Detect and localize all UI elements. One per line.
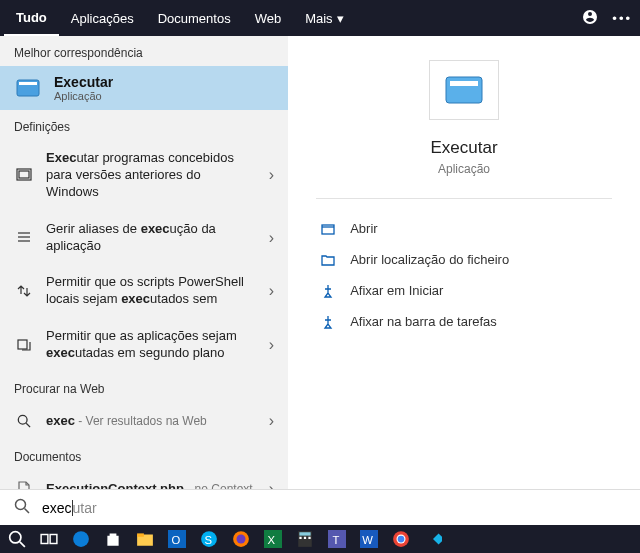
svg-rect-11 — [450, 81, 478, 86]
svg-rect-31 — [299, 532, 310, 535]
firefox-icon[interactable] — [230, 528, 252, 550]
edge-icon[interactable] — [70, 528, 92, 550]
chevron-right-icon: › — [269, 282, 274, 300]
action-pin-start[interactable]: Afixar em Iniciar — [316, 275, 612, 306]
action-open-location[interactable]: Abrir localização do ficheiro — [316, 244, 612, 275]
chevron-right-icon: › — [269, 166, 274, 184]
task-view-button[interactable] — [38, 528, 60, 550]
skype-icon[interactable]: S — [198, 528, 220, 550]
store-icon[interactable] — [102, 528, 124, 550]
chevron-right-icon: › — [269, 480, 274, 489]
divider — [316, 198, 612, 199]
detail-pane: Executar Aplicação Abrir Abrir localizaç… — [288, 36, 640, 489]
excel-icon[interactable]: X — [262, 528, 284, 550]
search-input[interactable]: executar — [42, 500, 626, 516]
svg-point-19 — [73, 531, 89, 547]
svg-point-27 — [237, 535, 246, 544]
search-icon — [14, 414, 34, 428]
best-match-title: Executar — [54, 74, 113, 90]
web-search-row[interactable]: exec - Ver resultados na Web › — [0, 402, 288, 440]
pin-icon — [320, 315, 336, 329]
file-icon — [14, 481, 34, 489]
run-app-icon — [14, 78, 42, 98]
compat-icon — [14, 167, 34, 183]
background-apps-icon — [14, 337, 34, 353]
best-match-item[interactable]: Executar Aplicação — [0, 66, 288, 110]
svg-line-16 — [20, 542, 25, 547]
svg-rect-17 — [41, 535, 48, 544]
chevron-right-icon: › — [269, 412, 274, 430]
detail-title: Executar — [430, 138, 497, 158]
svg-rect-18 — [50, 535, 57, 544]
svg-line-14 — [25, 508, 30, 513]
settings-row[interactable]: Gerir aliases de execução da aplicação › — [0, 211, 288, 265]
section-best-match: Melhor correspondência — [0, 36, 288, 66]
chevron-right-icon: › — [269, 229, 274, 247]
action-open[interactable]: Abrir — [316, 213, 612, 244]
svg-rect-33 — [304, 537, 306, 539]
chevron-down-icon: ▾ — [337, 11, 344, 26]
tab-web[interactable]: Web — [243, 2, 294, 35]
kodi-icon[interactable] — [422, 528, 444, 550]
settings-row[interactable]: Executar programas concebidos para versõ… — [0, 140, 288, 211]
tab-apps[interactable]: Aplicações — [59, 2, 146, 35]
svg-point-8 — [18, 415, 27, 424]
document-row[interactable]: ExecutionContext.php - no Context › — [0, 470, 288, 489]
outlook-icon[interactable]: O — [166, 528, 188, 550]
pin-icon — [320, 284, 336, 298]
svg-point-13 — [16, 499, 26, 509]
section-search-web: Procurar na Web — [0, 372, 288, 402]
run-app-icon — [444, 75, 484, 105]
word-icon[interactable]: W — [358, 528, 380, 550]
best-match-subtitle: Aplicação — [54, 90, 113, 102]
search-button[interactable] — [6, 528, 28, 550]
open-icon — [320, 222, 336, 236]
svg-text:O: O — [171, 534, 180, 546]
svg-text:T: T — [333, 534, 340, 546]
svg-rect-1 — [19, 82, 37, 85]
svg-point-41 — [398, 536, 405, 543]
results-list: Melhor correspondência Executar Aplicaçã… — [0, 36, 288, 489]
search-tabs: Tudo Aplicações Documentos Web Mais ▾ ••… — [0, 0, 640, 36]
explorer-icon[interactable] — [134, 528, 156, 550]
svg-text:S: S — [205, 534, 213, 546]
svg-text:X: X — [267, 534, 275, 546]
svg-rect-21 — [137, 533, 144, 536]
settings-row[interactable]: Permitir que os scripts PowerShell locai… — [0, 264, 288, 318]
svg-rect-32 — [299, 537, 301, 539]
app-tile[interactable] — [429, 60, 499, 120]
svg-line-9 — [26, 423, 30, 427]
svg-rect-10 — [446, 77, 482, 103]
svg-rect-42 — [433, 533, 442, 544]
settings-row[interactable]: Permitir que as aplicações sejam executa… — [0, 318, 288, 372]
alias-icon — [14, 230, 34, 246]
svg-point-15 — [10, 532, 21, 543]
action-pin-taskbar[interactable]: Afixar na barra de tarefas — [316, 306, 612, 337]
svg-rect-34 — [308, 537, 310, 539]
taskbar: O S X T W — [0, 525, 640, 553]
tab-more[interactable]: Mais ▾ — [293, 2, 355, 35]
more-options-icon[interactable]: ••• — [612, 11, 632, 26]
tab-docs[interactable]: Documentos — [146, 2, 243, 35]
search-box[interactable]: executar — [0, 489, 640, 525]
teams-icon[interactable]: T — [326, 528, 348, 550]
svg-rect-7 — [18, 340, 27, 349]
feedback-icon[interactable] — [582, 9, 598, 28]
tab-all[interactable]: Tudo — [4, 1, 59, 36]
folder-icon — [320, 253, 336, 267]
search-icon — [14, 498, 30, 518]
svg-rect-3 — [19, 171, 29, 178]
calculator-icon[interactable] — [294, 528, 316, 550]
chrome-icon[interactable] — [390, 528, 412, 550]
powershell-icon — [14, 283, 34, 299]
section-definitions: Definições — [0, 110, 288, 140]
svg-text:W: W — [362, 534, 373, 546]
detail-kind: Aplicação — [438, 162, 490, 176]
chevron-right-icon: › — [269, 336, 274, 354]
section-documents: Documentos — [0, 440, 288, 470]
